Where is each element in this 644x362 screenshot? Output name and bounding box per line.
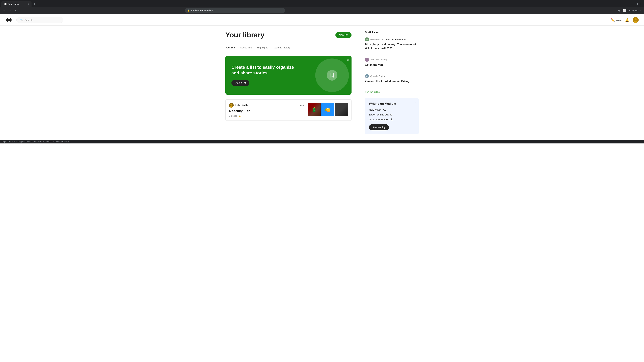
list-meta: 6 stories 🔒 [229, 115, 296, 117]
christmas-image: 🎄 [308, 103, 321, 116]
promo-title: Create a list to easily organize and sha… [232, 64, 301, 76]
back-btn[interactable]: ← [2, 8, 7, 13]
svg-point-6 [634, 18, 636, 20]
start-writing-btn[interactable]: Start writing [369, 124, 389, 130]
notifications-btn[interactable]: 🔔 [625, 18, 629, 22]
start-list-btn[interactable]: Start a list [232, 80, 250, 86]
bookmark-star-btn[interactable]: ★ [617, 8, 621, 13]
browser-chrome: Your library × + — ❐ × ← → ↻ 🔒 medium.co… [0, 0, 644, 14]
list-image-3 [335, 103, 348, 116]
list-title[interactable]: Reading list [229, 109, 296, 113]
restore-btn[interactable]: ❐ [636, 2, 638, 6]
tab-reading-history[interactable]: Reading history [273, 44, 290, 51]
tab-highlights[interactable]: Highlights [257, 44, 268, 51]
incognito-btn[interactable]: Incognito (3) [628, 9, 642, 12]
close-writing-card-btn[interactable]: × [414, 101, 416, 104]
writing-card-title: Writing on Medium [369, 102, 414, 106]
logo[interactable] [5, 16, 12, 23]
svg-point-3 [9, 18, 12, 22]
writing-link-3[interactable]: Grow your readership [369, 118, 414, 121]
see-full-list-link[interactable]: See the full list [365, 91, 418, 93]
search-icon: 🔍 [20, 18, 23, 21]
sidebar: Staff Picks W Wikimedia in Down the Rabb… [365, 31, 418, 134]
address-text: medium.com/me/lists [191, 9, 213, 12]
tabs: Your lists Saved lists Highlights Readin… [226, 44, 352, 51]
page-header: Your library New list [226, 31, 352, 39]
window-controls: — ❐ × [631, 2, 643, 6]
write-button[interactable]: ✏️ Write [611, 18, 622, 22]
more-options-btn[interactable]: ••• [300, 103, 304, 108]
tab-bar: Your library × + — ❐ × [0, 0, 644, 7]
reload-btn[interactable]: ↻ [14, 8, 18, 13]
pick-1-avatar: W [365, 37, 369, 41]
writing-card: × Writing on Medium New writer FAQ Exper… [365, 98, 418, 134]
pick-2-title[interactable]: Get in the Van. [365, 63, 418, 67]
pick-3-author[interactable]: Quentin Septer [370, 75, 385, 77]
promo-card: Create a list to easily organize and sha… [226, 56, 352, 95]
list-image-1: 🎄 [308, 103, 321, 116]
list-info: Fely Smith Reading list 6 stories 🔒 [229, 103, 296, 117]
toolbar-right-icons: ★ ⬜ Incognito (3) [617, 8, 642, 13]
tab-close-btn[interactable]: × [28, 3, 29, 5]
lock-icon-small: 🔒 [238, 115, 241, 117]
staff-pick-2: J Joan Westenberg Get in the Van. [365, 58, 418, 71]
medium-logo [5, 16, 12, 23]
header-right: ✏️ Write 🔔 [611, 17, 639, 23]
svg-point-2 [6, 18, 9, 22]
author-avatar-image [229, 103, 234, 108]
pick-3-author-row: Q Quentin Septer [365, 74, 418, 78]
pick-1-in: in [382, 38, 384, 41]
pick-1-title[interactable]: Birds, bugs, and beauty: The winners of … [365, 43, 418, 50]
pick-3-title[interactable]: Zen and the Art of Mountain Biking [365, 79, 418, 83]
content-area: Your library New list Your lists Saved l… [226, 31, 352, 134]
tab-favicon [4, 3, 7, 5]
site-header: 🔍 Search ✏️ Write 🔔 [0, 14, 644, 26]
dark-image [335, 103, 348, 116]
lemon-image: 🍋 [321, 103, 334, 116]
minimize-btn[interactable]: — [631, 2, 634, 6]
svg-text:J: J [366, 59, 368, 61]
staff-pick-1: W Wikimedia in Down the Rabbit Hole Bird… [365, 37, 418, 54]
close-promo-btn[interactable]: × [347, 58, 349, 62]
bookmark-add-icon [330, 72, 335, 78]
new-tab-btn[interactable]: + [32, 2, 37, 6]
stories-count: 6 stories [229, 115, 237, 117]
tab-your-lists[interactable]: Your lists [226, 44, 236, 51]
avatar[interactable] [632, 17, 639, 23]
split-view-btn[interactable]: ⬜ [622, 8, 627, 13]
pick-2-avatar-image: J [365, 58, 369, 62]
pick-3-avatar: Q [365, 74, 369, 78]
writing-link-1[interactable]: New writer FAQ [369, 108, 414, 111]
promo-visual [305, 62, 346, 89]
page: 🔍 Search ✏️ Write 🔔 Your library [0, 14, 644, 361]
staff-pick-3: Q Quentin Septer Zen and the Art of Moun… [365, 74, 418, 87]
pick-1-author[interactable]: Wikimedia [370, 38, 380, 41]
svg-point-11 [230, 104, 232, 106]
main-layout: Your library New list Your lists Saved l… [221, 26, 422, 140]
search-placeholder: Search [24, 18, 32, 21]
search-bar[interactable]: 🔍 Search [16, 17, 64, 23]
pick-1-pub[interactable]: Down the Rabbit Hole [385, 38, 406, 41]
pick-1-avatar-image: W [365, 37, 369, 41]
writing-link-2[interactable]: Expert writing advice [369, 113, 414, 116]
list-author: Fely Smith [229, 103, 296, 108]
svg-text:Q: Q [366, 75, 368, 77]
staff-picks-title: Staff Picks [365, 31, 418, 34]
list-images: 🎄 🍋 [308, 103, 348, 116]
tab-saved-lists[interactable]: Saved lists [240, 44, 252, 51]
list-image-2: 🍋 [321, 103, 334, 116]
page-title: Your library [226, 31, 264, 39]
pick-2-author-row: J Joan Westenberg [365, 58, 418, 62]
avatar-image [632, 17, 639, 23]
lock-icon: 🔒 [187, 9, 190, 12]
pick-2-author[interactable]: Joan Westenberg [370, 58, 388, 61]
promo-circle [315, 58, 349, 92]
close-window-btn[interactable]: × [640, 2, 641, 6]
active-tab[interactable]: Your library × [1, 1, 32, 7]
new-list-btn[interactable]: New list [336, 32, 352, 38]
pick-3-avatar-image: Q [365, 74, 369, 78]
author-avatar [229, 103, 234, 108]
address-bar[interactable]: 🔒 medium.com/me/lists [185, 8, 285, 13]
forward-btn[interactable]: → [8, 8, 13, 13]
svg-text:W: W [366, 38, 368, 40]
